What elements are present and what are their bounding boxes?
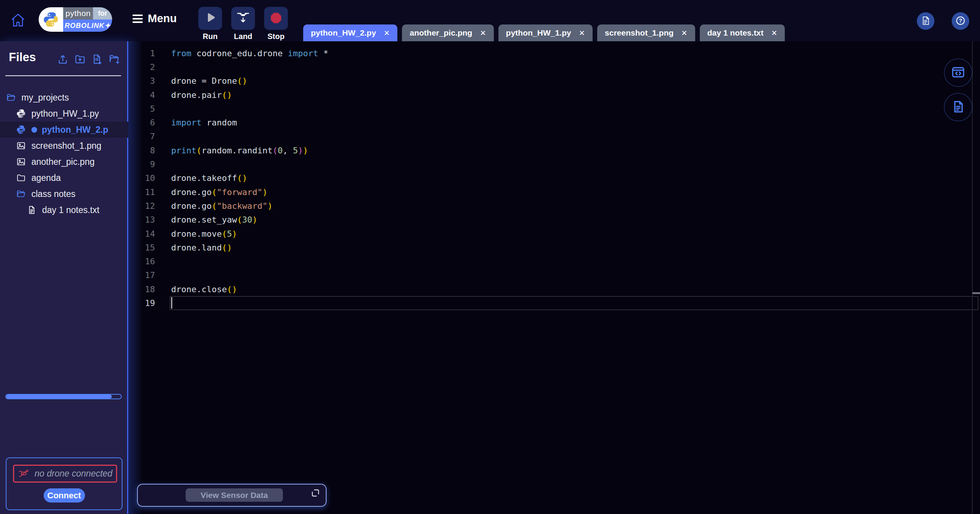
line-number: 1 [128, 49, 155, 58]
files-sidebar: Files my_projectspython_HW_1.pypython_HW… [0, 41, 128, 514]
run-icon [203, 11, 217, 26]
documentation-button[interactable] [917, 12, 934, 30]
code-text: drone.takeoff() [171, 173, 247, 183]
code-line-10[interactable]: 10drone.takeoff() [128, 171, 980, 185]
tab-close-icon[interactable]: ✕ [771, 29, 777, 37]
line-number: 6 [128, 118, 155, 127]
line-number: 2 [128, 62, 155, 72]
tree-item-screenshot_1.png[interactable]: screenshot_1.png [0, 138, 128, 154]
tab-label: screenshot_1.png [605, 28, 674, 37]
code-text: drone.go("backward") [171, 201, 273, 211]
line-number: 7 [128, 132, 155, 141]
image-icon [16, 157, 26, 167]
upload-button[interactable] [57, 54, 69, 65]
code-line-18[interactable]: 18drone.close() [128, 282, 980, 296]
code-line-8[interactable]: 8print(random.randint(0, 5)) [128, 143, 980, 157]
code-editor[interactable]: 1from codrone_edu.drone import *23drone … [128, 41, 980, 514]
tab-screenshot_1.png[interactable]: screenshot_1.png✕ [597, 24, 695, 41]
python-for-robolink-logo: python for ROBOLINK✦ [39, 7, 112, 32]
line-number: 19 [128, 298, 155, 308]
code-line-3[interactable]: 3drone = Drone() [128, 74, 980, 88]
code-text: drone.pair() [171, 90, 232, 100]
line-number: 18 [128, 285, 155, 294]
tab-day 1 notes.txt[interactable]: day 1 notes.txt✕ [700, 24, 785, 41]
python-logo-icon [39, 7, 63, 32]
code-line-12[interactable]: 12drone.go("backward") [128, 199, 980, 213]
notes-view-button[interactable] [944, 93, 972, 121]
land-button[interactable] [231, 7, 255, 30]
tab-label: python_HW_2.py [311, 28, 376, 37]
code-line-15[interactable]: 15drone.land() [128, 241, 980, 254]
menu-button[interactable]: Menu [132, 12, 177, 25]
code-line-2[interactable]: 2 [128, 60, 980, 74]
line-number: 16 [128, 257, 155, 266]
line-number: 3 [128, 76, 155, 86]
code-line-19[interactable]: 19 [128, 296, 980, 310]
tree-item-another_pic.png[interactable]: another_pic.png [0, 154, 128, 170]
code-line-13[interactable]: 13drone.set_yaw(30) [128, 213, 980, 227]
help-button[interactable]: ? [952, 12, 969, 30]
tree-item-label: class notes [31, 189, 75, 199]
tab-python_HW_1.py[interactable]: python_HW_1.py✕ [498, 24, 593, 41]
code-line-16[interactable]: 16 [128, 254, 980, 268]
code-line-6[interactable]: 6import random [128, 115, 980, 129]
tab-close-icon[interactable]: ✕ [384, 29, 390, 37]
line-number: 11 [128, 187, 155, 197]
app-window: python for ROBOLINK✦ Menu RunLandStop [0, 0, 980, 514]
folder-upload-icon [74, 60, 86, 66]
unsaved-dot [31, 127, 37, 133]
tree-item-class notes[interactable]: class notes [0, 186, 128, 202]
code-lines: 1from codrone_edu.drone import *23drone … [128, 46, 980, 310]
tree-item-agenda[interactable]: agenda [0, 170, 128, 186]
tab-bar: python_HW_2.py✕another_pic.png✕python_HW… [303, 24, 785, 41]
sensor-panel: View Sensor Data [137, 484, 327, 507]
code-line-11[interactable]: 11drone.go("forward") [128, 185, 980, 199]
files-panel-title: Files [9, 50, 36, 64]
new-file-button[interactable] [91, 54, 103, 65]
tab-another_pic.png[interactable]: another_pic.png✕ [402, 24, 493, 41]
hamburger-icon [132, 15, 143, 23]
home-icon [10, 24, 26, 30]
folder-open-icon [16, 189, 26, 199]
python-icon [16, 109, 26, 119]
code-line-1[interactable]: 1from codrone_edu.drone import * [128, 46, 980, 60]
line-number: 14 [128, 229, 155, 239]
tree-item-python_HW_1.py[interactable]: python_HW_1.py [0, 106, 128, 122]
tab-close-icon[interactable]: ✕ [681, 29, 688, 37]
code-line-9[interactable]: 9 [128, 157, 980, 171]
code-view-button[interactable] [944, 59, 972, 87]
tree-item-label: python_HW_2.p [42, 125, 108, 135]
line-number: 12 [128, 201, 155, 211]
view-sensor-data-button[interactable]: View Sensor Data [186, 488, 283, 502]
code-line-5[interactable]: 5 [128, 102, 980, 115]
new-folder-button[interactable] [109, 54, 120, 65]
expand-panel-button[interactable] [310, 488, 320, 498]
folder-icon [16, 173, 26, 183]
python-icon [16, 125, 26, 135]
folder-upload-button[interactable] [74, 54, 86, 65]
tree-item-label: screenshot_1.png [31, 141, 101, 151]
document-icon [951, 99, 965, 115]
tree-item-python_HW_2.p[interactable]: python_HW_2.p [0, 122, 128, 138]
home-button[interactable] [10, 11, 26, 29]
stop-icon [269, 11, 283, 26]
code-line-7[interactable]: 7 [128, 130, 980, 143]
code-line-14[interactable]: 14drone.move(5) [128, 227, 980, 241]
code-text: drone.set_yaw(30) [171, 215, 257, 224]
overview-cursor-marker [972, 292, 980, 294]
connect-button[interactable]: Connect [44, 488, 85, 503]
overview-ruler[interactable] [972, 41, 973, 514]
stop-button[interactable] [264, 7, 288, 30]
tab-close-icon[interactable]: ✕ [579, 29, 585, 37]
tab-close-icon[interactable]: ✕ [480, 29, 486, 37]
tab-python_HW_2.py[interactable]: python_HW_2.py✕ [303, 24, 397, 41]
files-toolbar [57, 54, 120, 65]
tree-item-my_projects[interactable]: my_projects [0, 89, 128, 106]
line-number: 15 [128, 243, 155, 252]
tree-item-label: python_HW_1.py [31, 109, 99, 119]
drone-disconnected-icon [18, 468, 30, 480]
code-line-17[interactable]: 17 [128, 268, 980, 282]
run-button[interactable] [198, 7, 222, 30]
tree-item-day 1 notes.txt[interactable]: day 1 notes.txt [0, 202, 128, 218]
code-line-4[interactable]: 4drone.pair() [128, 88, 980, 102]
